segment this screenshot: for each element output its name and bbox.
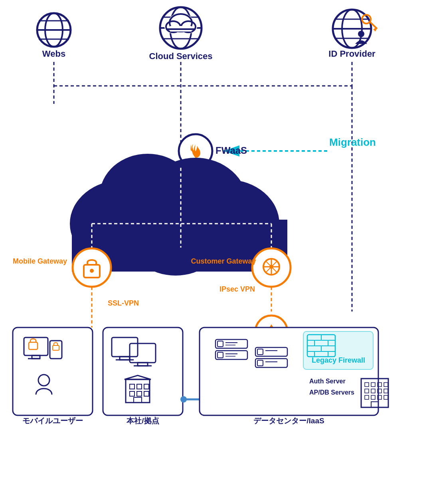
mobile-gateway-label: Mobile Gateway xyxy=(13,257,67,265)
datacenter-bottom-label: データセンター/IaaS xyxy=(253,417,324,425)
main-diagram-svg: Webs Cloud Services xyxy=(0,0,431,504)
network-icon-customer xyxy=(263,259,279,275)
hq-branch-bottom-label: 本社/拠点 xyxy=(126,417,159,425)
id-provider-icon xyxy=(333,10,377,48)
hq-connector-dot xyxy=(180,396,187,403)
legacy-fw-label: Legacy Firewall xyxy=(312,356,365,364)
mobile-gateway-circle xyxy=(73,248,111,287)
svg-rect-100 xyxy=(384,383,388,387)
fwaas-label: FWaaS xyxy=(216,145,247,156)
ipsec-vpn-label: IPsec VPN xyxy=(219,285,255,293)
ssl-vpn-label: SSL-VPN xyxy=(108,299,139,307)
cloud-services-label: Cloud Services xyxy=(149,51,213,61)
svg-point-37 xyxy=(90,269,94,273)
customer-gateway-label: Customer Gateway xyxy=(191,257,256,265)
svg-point-43 xyxy=(269,265,273,269)
auth-server-label: Auth Server xyxy=(309,378,346,385)
cloud-services-icon xyxy=(160,7,202,49)
svg-rect-104 xyxy=(384,389,388,393)
id-provider-label: ID Provider xyxy=(328,49,376,59)
svg-rect-108 xyxy=(384,395,388,399)
webs-icon xyxy=(37,13,71,47)
diagram-container: Webs Cloud Services xyxy=(0,0,431,504)
mobile-user-bottom-label: モバイルユーザー xyxy=(22,417,83,425)
migration-label: Migration xyxy=(329,136,376,148)
webs-label: Webs xyxy=(42,49,65,59)
svg-point-24 xyxy=(358,31,364,37)
ap-db-servers-label: AP/DB Servers xyxy=(309,389,354,396)
